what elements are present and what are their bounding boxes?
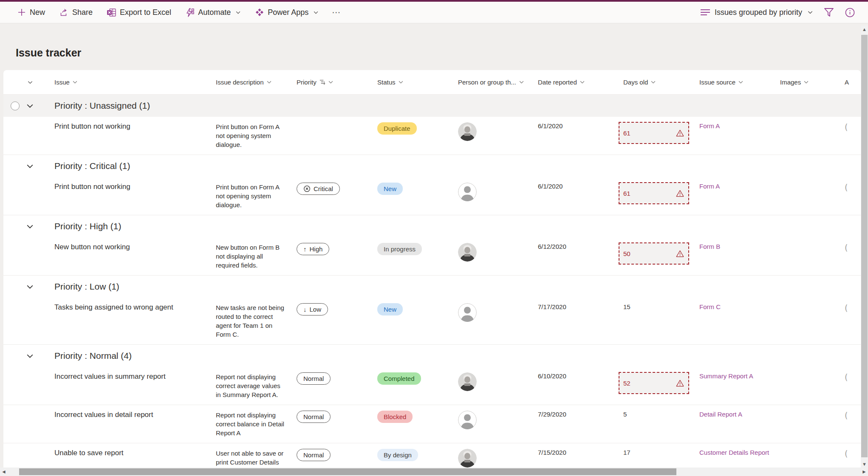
person-avatar-generic[interactable] [458,411,477,429]
group-header-label: Priority : Critical (1) [40,161,216,171]
issue-title[interactable]: Unable to save report [40,443,216,463]
person-avatar-photo[interactable] [458,243,477,262]
new-button[interactable]: New [10,4,52,21]
issue-description: Print button on Form A not opening syste… [216,117,285,155]
clipped-edge-element: ( [845,443,856,464]
group-collapse-chevron-icon[interactable] [26,102,34,110]
horizontal-scrollbar[interactable]: ◄ ► [0,468,868,476]
issue-title[interactable]: New button not working [40,237,216,257]
clipped-edge-element: ( [845,298,856,318]
priority-pill[interactable]: ↑ ↓ Normal [297,449,331,461]
chevron-down-icon [313,10,319,15]
group-collapse-chevron-icon[interactable] [26,283,34,291]
share-button[interactable]: Share [52,4,100,21]
group-header-row[interactable]: Priority : Low (1) [3,276,861,298]
priority-pill[interactable]: ↑ ↓ Normal [297,372,331,385]
column-header-description[interactable]: Issue description [216,79,297,86]
issue-source-link[interactable]: Customer Details Report [699,449,769,456]
issue-source-link[interactable]: Form A [699,122,720,130]
days-old-value: 61 [623,190,631,197]
vertical-scrollbar[interactable]: ▲ ▼ [861,25,868,468]
status-badge[interactable]: By design [377,449,418,461]
view-selector-button[interactable]: Issues grouped by priority [695,8,818,17]
grouped-by-icon [319,79,325,85]
issue-source-link[interactable]: Summary Report A [699,372,753,380]
person-avatar-generic[interactable] [458,303,477,322]
column-header-person[interactable]: Person or group th... [458,79,538,86]
group-header-row[interactable]: Priority : Unassigned (1) [3,95,861,117]
issue-source-link[interactable]: Detail Report A [699,411,742,418]
issue-title[interactable]: Tasks being assigned to wrong agent [40,298,216,317]
person-avatar-photo[interactable] [458,449,477,468]
group-header-row[interactable]: Priority : High (1) [3,215,861,237]
group-header-row[interactable]: Priority : Normal (4) [3,345,861,367]
overflow-menu-button[interactable]: ⋯ [326,7,347,17]
issue-source-link[interactable]: Form C [699,303,721,310]
days-old-warning-box: 61 [619,182,689,204]
priority-pill[interactable]: ↑ ↓ Low [297,303,328,315]
column-header-row: Issue Issue description Priority Status … [3,70,861,95]
scroll-down-arrow[interactable]: ▼ [861,460,868,468]
arrow-down-icon: ↓ [303,306,307,313]
list-row[interactable]: Incorrect values in detail report Report… [3,405,861,443]
list-row[interactable]: Print button not working Print button on… [3,117,861,155]
status-badge[interactable]: New [377,303,403,315]
automate-button[interactable]: Automate [178,4,248,21]
scroll-left-arrow[interactable]: ◄ [0,468,8,476]
issue-title[interactable]: Print button not working [40,117,216,136]
person-avatar-photo[interactable] [458,122,477,141]
horizontal-scrollbar-thumb[interactable] [19,468,676,475]
issue-description: Report not displaying correct average va… [216,367,285,405]
scroll-up-arrow[interactable]: ▲ [861,25,868,33]
power-apps-button[interactable]: Power Apps [248,4,326,21]
status-badge[interactable]: In progress [377,243,422,255]
status-badge[interactable]: New [377,183,403,195]
excel-icon [107,8,116,17]
group-collapse-chevron-icon[interactable] [26,223,34,231]
list-row[interactable]: Incorrect values in summary report Repor… [3,367,861,405]
column-header-truncated[interactable]: A [845,79,856,86]
column-header-issue-source[interactable]: Issue source [699,79,780,86]
chevron-down-icon [650,79,656,85]
column-header-images[interactable]: Images [780,79,845,86]
clipped-edge-element: ( [845,177,856,197]
issue-source-link[interactable]: Form A [699,183,720,190]
chevron-down-icon [580,79,585,85]
issue-title[interactable]: Print button not working [40,177,216,197]
issue-description: Report not displaying correct balance in… [216,405,285,443]
scroll-right-arrow[interactable]: ► [860,468,868,476]
select-all-chevron[interactable] [20,79,40,85]
export-to-excel-button[interactable]: Export to Excel [100,4,178,21]
issue-title[interactable]: Incorrect values in summary report [40,367,216,386]
issue-source-link[interactable]: Form B [699,243,720,250]
list-row[interactable]: Unable to save report User not able to s… [3,443,861,468]
status-badge[interactable]: Blocked [377,411,413,423]
column-header-date-reported[interactable]: Date reported [538,79,619,86]
group-header-row[interactable]: Priority : Critical (1) [3,155,861,177]
row-select-radio[interactable] [11,101,20,110]
priority-pill[interactable]: ↑ ↓ Critical [297,183,340,195]
group-collapse-chevron-icon[interactable] [26,162,34,170]
person-avatar-generic[interactable] [458,183,477,201]
priority-pill[interactable]: ↑ ↓ High [297,243,329,255]
filter-button[interactable] [818,8,840,17]
group-header-label: Priority : Low (1) [40,282,216,292]
person-avatar-photo[interactable] [458,372,477,391]
status-badge[interactable]: Duplicate [377,122,417,135]
arrow-up-icon: ↑ [303,245,307,253]
chevron-down-icon [803,79,809,85]
column-header-priority[interactable]: Priority [297,79,377,86]
column-header-issue[interactable]: Issue [40,79,216,86]
list-row[interactable]: Print button not working Print button on… [3,177,861,215]
list-row[interactable]: New button not working New button on For… [3,237,861,276]
vertical-scrollbar-thumb[interactable] [861,35,868,457]
column-header-status[interactable]: Status [377,79,458,86]
column-header-days-old[interactable]: Days old [619,79,699,86]
list-row[interactable]: Tasks being assigned to wrong agent New … [3,298,861,345]
status-badge[interactable]: Completed [377,372,421,385]
info-button[interactable] [840,8,860,17]
issue-title[interactable]: Incorrect values in detail report [40,405,216,425]
chevron-down-icon [738,79,744,85]
priority-pill[interactable]: ↑ ↓ Normal [297,411,331,423]
group-collapse-chevron-icon[interactable] [26,352,34,360]
